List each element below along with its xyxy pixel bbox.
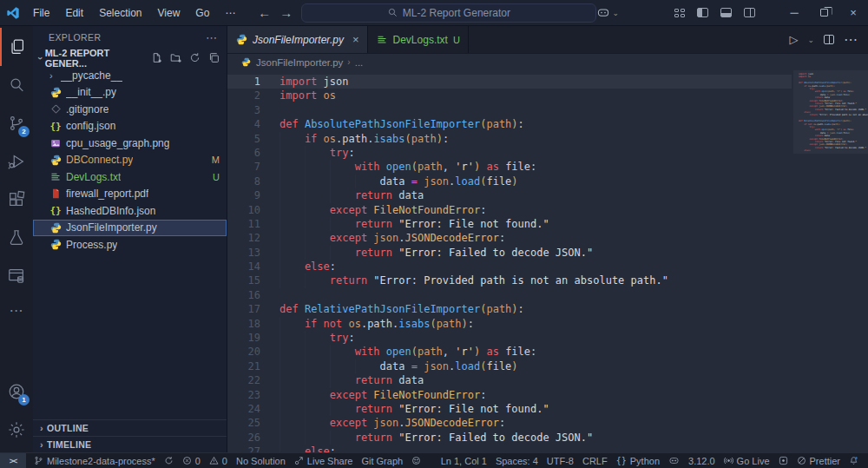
- line-number[interactable]: 24: [227, 402, 260, 416]
- statusbar-git-graph[interactable]: Git Graph: [357, 453, 407, 468]
- code-line[interactable]: 11 return "Error: File not found.": [227, 217, 792, 231]
- statusbar-extension-status[interactable]: [774, 453, 792, 468]
- new-folder-icon[interactable]: [170, 52, 181, 63]
- file-item-devlogs-txt[interactable]: DevLogs.txtU: [33, 168, 227, 186]
- close-tab-icon[interactable]: ×: [352, 33, 359, 46]
- toggle-secondary-sidebar-button[interactable]: [744, 8, 755, 17]
- statusbar-encoding[interactable]: UTF-8: [542, 453, 578, 468]
- run-python-file-button[interactable]: ▷: [789, 33, 798, 46]
- nav-forward-button[interactable]: →: [279, 5, 293, 20]
- statusbar-warnings[interactable]: 0: [205, 453, 232, 468]
- minimize-button[interactable]: ─: [779, 0, 809, 25]
- line-number[interactable]: 25: [227, 416, 260, 430]
- code-line[interactable]: 20 with open(path, 'r') as file:: [227, 345, 792, 359]
- activitybar-testing[interactable]: [0, 219, 33, 257]
- file-item-hasheddbinfo-json[interactable]: {}HashedDBInfo.json: [33, 202, 227, 220]
- activitybar-database[interactable]: [0, 257, 33, 295]
- line-number[interactable]: 23: [227, 388, 260, 402]
- restore-button[interactable]: [809, 0, 838, 25]
- line-number[interactable]: 18: [227, 317, 260, 331]
- code-line[interactable]: 5 if os.path.isabs(path):: [227, 132, 792, 146]
- code-line[interactable]: 13 return "Error: Failed to decode JSON.…: [227, 246, 792, 260]
- statusbar-go-live[interactable]: Go Live: [720, 453, 774, 468]
- code-line[interactable]: 27 else:: [227, 445, 792, 452]
- activitybar-settings[interactable]: [0, 411, 33, 449]
- line-number[interactable]: 9: [227, 188, 260, 202]
- code-line[interactable]: 4def AbsolutePathJsonFileImporter(path):: [227, 117, 792, 131]
- collapse-folders-icon[interactable]: [208, 52, 220, 63]
- code-line[interactable]: 7 with open(path, 'r') as file:: [227, 160, 792, 174]
- menu-[interactable]: ⋯: [218, 4, 242, 22]
- breadcrumb-file[interactable]: JsonFileImporter.py: [256, 57, 343, 68]
- code-line[interactable]: 1import json: [227, 75, 792, 89]
- toggle-panel-button[interactable]: [720, 8, 732, 17]
- code-line[interactable]: 17def RelativePathJsonFileImporter(path)…: [227, 302, 792, 316]
- code-line[interactable]: 16: [227, 288, 792, 302]
- code-line[interactable]: 14 else:: [227, 260, 792, 274]
- breadcrumb-symbol[interactable]: ...: [355, 57, 364, 68]
- line-number[interactable]: 21: [227, 359, 260, 373]
- line-number[interactable]: 14: [227, 260, 260, 274]
- code-line[interactable]: 8 data = json.load(file): [227, 175, 792, 188]
- file-item-cpu-usage-graph-png[interactable]: cpu_usage_graph.png: [33, 135, 227, 152]
- code-editor[interactable]: 1import json2import os34def AbsolutePath…: [227, 70, 868, 452]
- menu-view[interactable]: View: [151, 4, 187, 22]
- command-center-search[interactable]: ML-2 Report Generator: [301, 3, 596, 23]
- statusbar-sync-status[interactable]: [160, 453, 178, 468]
- tab-devlogs[interactable]: DevLogs.txt U: [368, 26, 469, 53]
- line-number[interactable]: 1: [227, 75, 260, 89]
- remote-indicator[interactable]: ><: [0, 453, 26, 468]
- code-line[interactable]: 2import os: [227, 89, 792, 102]
- file-item--gitignore[interactable]: .gitignore: [33, 101, 227, 118]
- statusbar-no-solution[interactable]: No Solution: [232, 453, 290, 468]
- minimap[interactable]: 1import json2import os34def AbsolutePath…: [793, 70, 868, 452]
- tab-jsonfileimporter[interactable]: JsonFileImporter.py ×: [227, 26, 368, 53]
- file-item-dbconnect-py[interactable]: DBConnect.pyM: [33, 152, 227, 169]
- line-number[interactable]: 6: [227, 146, 260, 160]
- minimap-slider[interactable]: [793, 70, 868, 154]
- line-number[interactable]: 10: [227, 203, 260, 217]
- code-line[interactable]: 22 return data: [227, 373, 792, 387]
- customize-layout-button[interactable]: [674, 9, 685, 17]
- statusbar-cursor-position[interactable]: Ln 1, Col 1: [437, 453, 491, 468]
- code-line[interactable]: 24 return "Error: File not found.": [227, 402, 792, 416]
- statusbar-git-branch-status[interactable]: Milestone2-data-process*: [30, 453, 160, 468]
- code-line[interactable]: 9 return data: [227, 188, 792, 202]
- toggle-sidebar-button[interactable]: [697, 8, 708, 17]
- statusbar-notifications[interactable]: [845, 453, 863, 468]
- menu-go[interactable]: Go: [188, 4, 216, 22]
- project-root-row[interactable]: › ML-2 REPORT GENER...: [33, 49, 227, 67]
- line-number[interactable]: 16: [227, 288, 260, 302]
- activitybar-accounts[interactable]: 1: [0, 372, 33, 411]
- line-number[interactable]: 8: [227, 175, 260, 188]
- new-file-icon[interactable]: [151, 52, 162, 63]
- code-line[interactable]: 15 return "Error: Provided path is not a…: [227, 274, 792, 287]
- line-number[interactable]: 4: [227, 117, 260, 131]
- statusbar-errors[interactable]: 0: [178, 453, 205, 468]
- code-line[interactable]: 18 if not os.path.isabs(path):: [227, 317, 792, 331]
- line-number[interactable]: 22: [227, 373, 260, 387]
- activitybar-extensions[interactable]: [0, 181, 33, 219]
- line-number[interactable]: 27: [227, 445, 260, 452]
- activitybar-explorer[interactable]: [0, 28, 33, 66]
- line-number[interactable]: 7: [227, 160, 260, 174]
- refresh-icon[interactable]: [189, 52, 201, 63]
- line-number[interactable]: 15: [227, 274, 260, 287]
- file-item--init-py[interactable]: __init__.py: [33, 84, 227, 102]
- code-lines[interactable]: 1import json2import os34def AbsolutePath…: [227, 70, 792, 452]
- line-number[interactable]: 11: [227, 217, 260, 231]
- line-number[interactable]: 12: [227, 231, 260, 245]
- close-button[interactable]: ×: [838, 0, 868, 25]
- code-line[interactable]: 26 return "Error: Failed to decode JSON.…: [227, 431, 792, 445]
- explorer-more-actions[interactable]: ⋯: [206, 31, 218, 44]
- statusbar-feedback-smiley[interactable]: [407, 453, 425, 468]
- copilot-menu-button[interactable]: ⌄: [596, 7, 619, 19]
- code-line[interactable]: 6 try:: [227, 146, 792, 160]
- nav-back-button[interactable]: ←: [258, 5, 271, 20]
- line-number[interactable]: 26: [227, 431, 260, 445]
- statusbar-eol[interactable]: CRLF: [578, 453, 612, 468]
- menu-file[interactable]: File: [26, 4, 56, 22]
- line-number[interactable]: 3: [227, 103, 260, 117]
- statusbar-indentation[interactable]: Spaces: 4: [491, 453, 542, 468]
- code-line[interactable]: 23 except FileNotFoundError:: [227, 388, 792, 402]
